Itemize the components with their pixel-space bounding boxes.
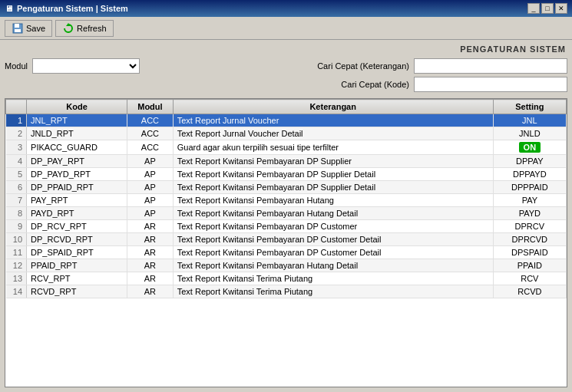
- row-modul: AP: [127, 168, 174, 181]
- save-icon: [12, 22, 24, 35]
- on-badge[interactable]: ON: [519, 142, 541, 153]
- window-title: Pengaturan Sistem | Sistem: [17, 4, 128, 13]
- close-button[interactable]: ✕: [555, 3, 567, 14]
- table-row[interactable]: 1JNL_RPTACCText Report Jurnal VoucherJNL: [6, 114, 567, 127]
- row-modul: AP: [127, 194, 174, 207]
- table-row[interactable]: 12PPAID_RPTARText Report Kwitansi Pembay…: [6, 259, 567, 272]
- row-kode: JNL_RPT: [27, 114, 127, 127]
- search-filters: Cari Cepat (Keterangan) Cari Cepat (Kode…: [317, 58, 567, 92]
- row-number: 12: [6, 259, 27, 272]
- row-number: 11: [6, 246, 27, 259]
- row-number: 1: [6, 114, 27, 127]
- modul-label: Modul: [5, 61, 28, 71]
- table-row[interactable]: 2JNLD_RPTACCText Report Jurnal Voucher D…: [6, 127, 567, 140]
- table-row[interactable]: 13RCV_RPTARText Report Kwitansi Terima P…: [6, 272, 567, 285]
- cari-ket-label: Cari Cepat (Keterangan): [317, 61, 409, 71]
- row-setting: ON: [493, 140, 566, 155]
- svg-rect-2: [15, 29, 21, 32]
- table-row[interactable]: 9DP_RCV_RPTARText Report Kwitansi Pembay…: [6, 220, 567, 233]
- refresh-icon: [62, 22, 74, 35]
- row-number: 10: [6, 233, 27, 246]
- cari-kode-row: Cari Cepat (Kode): [317, 77, 567, 92]
- row-modul: AR: [127, 259, 174, 272]
- row-setting: PPAID: [493, 259, 566, 272]
- row-keterangan: Text Report Kwitansi Pembayaran DP Custo…: [173, 246, 493, 259]
- table-row[interactable]: 6DP_PPAID_RPTAPText Report Kwitansi Pemb…: [6, 181, 567, 194]
- row-modul: AR: [127, 233, 174, 246]
- row-number: 14: [6, 285, 27, 298]
- row-modul: AR: [127, 220, 174, 233]
- svg-rect-1: [15, 24, 19, 28]
- row-modul: AR: [127, 272, 174, 285]
- maximize-button[interactable]: □: [541, 3, 554, 14]
- table-row[interactable]: 14RCVD_RPTARText Report Kwitansi Terima …: [6, 285, 567, 298]
- save-label: Save: [26, 24, 45, 33]
- table-row[interactable]: 3PIKACC_GUARDACCGuard agar akun terpilih…: [6, 140, 567, 155]
- row-keterangan: Text Report Kwitansi Terima Piutang: [173, 285, 493, 298]
- cari-ket-input[interactable]: [414, 58, 567, 74]
- row-number: 5: [6, 168, 27, 181]
- refresh-button[interactable]: Refresh: [55, 20, 114, 37]
- row-setting: RCV: [493, 272, 566, 285]
- col-keterangan[interactable]: Keterangan: [173, 100, 493, 114]
- data-table: Kode Modul Keterangan Setting 1JNL_RPTAC…: [5, 99, 567, 298]
- row-kode: RCV_RPT: [27, 272, 127, 285]
- title-bar-left: 🖥 Pengaturan Sistem | Sistem: [5, 4, 128, 13]
- row-kode: PPAID_RPT: [27, 259, 127, 272]
- cari-kode-label: Cari Cepat (Kode): [341, 80, 409, 89]
- table-row[interactable]: 11DP_SPAID_RPTARText Report Kwitansi Pem…: [6, 246, 567, 259]
- modul-select[interactable]: [32, 58, 140, 74]
- row-number: 8: [6, 207, 27, 220]
- row-keterangan: Text Report Kwitansi Terima Piutang: [173, 272, 493, 285]
- row-kode: PIKACC_GUARD: [27, 140, 127, 155]
- row-setting: PAYD: [493, 207, 566, 220]
- row-modul: ACC: [127, 140, 174, 155]
- row-keterangan: Text Report Kwitansi Pembayaran Hutang: [173, 194, 493, 207]
- col-num: [6, 100, 27, 114]
- row-setting: DPPAY: [493, 155, 566, 168]
- table-row[interactable]: 5DP_PAYD_RPTAPText Report Kwitansi Pemba…: [6, 168, 567, 181]
- toolbar: Save Refresh: [0, 17, 572, 40]
- data-table-container: Kode Modul Keterangan Setting 1JNL_RPTAC…: [5, 98, 567, 387]
- table-scroll-area[interactable]: Kode Modul Keterangan Setting 1JNL_RPTAC…: [5, 99, 567, 387]
- row-modul: AP: [127, 155, 174, 168]
- row-kode: RCVD_RPT: [27, 285, 127, 298]
- table-row[interactable]: 8PAYD_RPTAPText Report Kwitansi Pembayar…: [6, 207, 567, 220]
- row-kode: DP_RCVD_RPT: [27, 233, 127, 246]
- row-modul: ACC: [127, 127, 174, 140]
- row-setting: DPSPAID: [493, 246, 566, 259]
- row-number: 9: [6, 220, 27, 233]
- col-modul[interactable]: Modul: [127, 100, 174, 114]
- minimize-button[interactable]: _: [527, 3, 540, 14]
- row-setting: DPPPAID: [493, 181, 566, 194]
- save-button[interactable]: Save: [5, 20, 52, 37]
- row-kode: DP_SPAID_RPT: [27, 246, 127, 259]
- col-kode[interactable]: Kode: [27, 100, 127, 114]
- cari-kode-input[interactable]: [414, 77, 567, 92]
- row-kode: DP_PPAID_RPT: [27, 181, 127, 194]
- table-row[interactable]: 10DP_RCVD_RPTARText Report Kwitansi Pemb…: [6, 233, 567, 246]
- table-row[interactable]: 4DP_PAY_RPTAPText Report Kwitansi Pembay…: [6, 155, 567, 168]
- row-number: 13: [6, 272, 27, 285]
- title-bar-controls: _ □ ✕: [527, 3, 567, 14]
- row-kode: PAY_RPT: [27, 194, 127, 207]
- filter-area: Modul Cari Cepat (Keterangan) Cari Cepat…: [5, 58, 567, 92]
- row-setting: DPPAYD: [493, 168, 566, 181]
- col-setting[interactable]: Setting: [493, 100, 566, 114]
- row-kode: DP_PAY_RPT: [27, 155, 127, 168]
- row-modul: AP: [127, 181, 174, 194]
- row-kode: JNLD_RPT: [27, 127, 127, 140]
- row-number: 2: [6, 127, 27, 140]
- table-row[interactable]: 7PAY_RPTAPText Report Kwitansi Pembayara…: [6, 194, 567, 207]
- row-keterangan: Guard agar akun terpilih sesuai tipe ter…: [173, 140, 493, 155]
- row-keterangan: Text Report Kwitansi Pembayaran DP Suppl…: [173, 168, 493, 181]
- row-setting: PAY: [493, 194, 566, 207]
- refresh-label: Refresh: [77, 24, 107, 33]
- row-modul: AP: [127, 207, 174, 220]
- row-number: 3: [6, 140, 27, 155]
- row-number: 6: [6, 181, 27, 194]
- main-content: PENGATURAN SISTEM Modul Cari Cepat (Kete…: [0, 40, 572, 392]
- row-keterangan: Text Report Kwitansi Pembayaran DP Suppl…: [173, 181, 493, 194]
- row-keterangan: Text Report Kwitansi Pembayaran DP Custo…: [173, 220, 493, 233]
- row-setting: DPRCV: [493, 220, 566, 233]
